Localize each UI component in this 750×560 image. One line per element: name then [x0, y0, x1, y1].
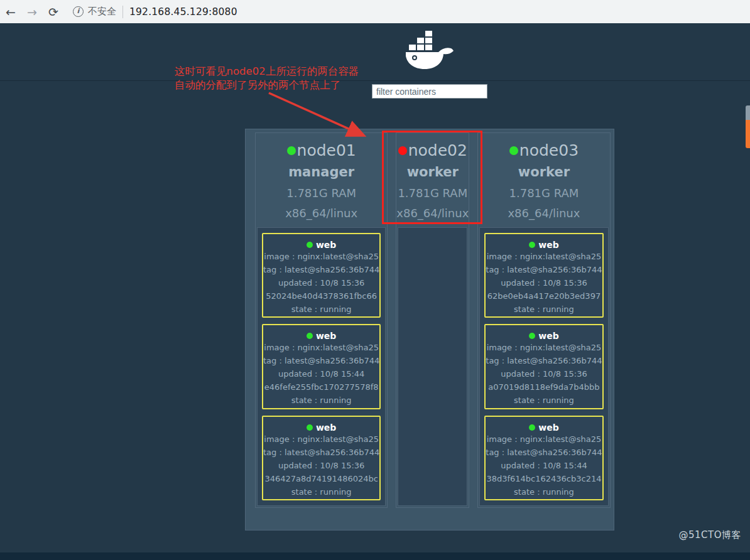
annotation-highlight-rect [382, 131, 482, 224]
node03-status-icon [509, 146, 518, 155]
container-status-icon [529, 424, 535, 431]
node03-header: node03 worker 1.781G RAM x86_64/linux [478, 133, 609, 226]
container-image: image : nginx:latest@sha25 [263, 433, 379, 446]
node01-name: node01 [297, 141, 356, 159]
container-updated: updated : 10/8 15:36 [263, 276, 379, 289]
swarm-visualizer-page: node01 manager 1.781G RAM x86_64/linux w… [0, 23, 750, 560]
bottom-bar [0, 552, 750, 560]
container-name: web [538, 423, 558, 433]
container-name: web [316, 423, 336, 433]
container-name: web [538, 331, 558, 341]
container-state: state : running [263, 303, 379, 316]
browser-toolbar: ← → ⟳ i 不安全 192.168.45.129:8080 [0, 0, 750, 23]
container-name: web [538, 240, 558, 250]
container-tag: tag : latest@sha256:36b744 [486, 263, 602, 276]
annotation-line2: 自动的分配到了另外的两个节点上了 [175, 78, 359, 92]
container-name: web [316, 331, 336, 341]
container-card: web image : nginx:latest@sha25 tag : lat… [262, 233, 381, 318]
container-id: e46fefe255fbc170277578f8 [263, 380, 379, 394]
container-updated: updated : 10/8 15:36 [263, 459, 379, 472]
container-image: image : nginx:latest@sha25 [263, 250, 379, 263]
docker-whale-logo [405, 30, 454, 72]
refresh-icon[interactable]: ⟳ [43, 5, 64, 19]
container-card: web image : nginx:latest@sha25 tag : lat… [484, 233, 603, 318]
forward-icon[interactable]: → [21, 5, 43, 19]
node03-role: worker [478, 164, 609, 180]
container-updated: updated : 10/8 15:44 [486, 459, 602, 472]
back-icon[interactable]: ← [0, 5, 21, 19]
container-card: web image : nginx:latest@sha25 tag : lat… [262, 324, 381, 409]
node-column-node03: node03 worker 1.781G RAM x86_64/linux we… [477, 132, 610, 508]
annotation-note: 这时可看见node02上所运行的两台容器 自动的分配到了另外的两个节点上了 [175, 65, 359, 92]
container-tag: tag : latest@sha256:36b744 [263, 263, 379, 276]
node03-platform: x86_64/linux [478, 207, 609, 220]
container-image: image : nginx:latest@sha25 [486, 341, 602, 354]
container-id: 346427a8d74191486024bc [263, 472, 379, 485]
address-bar-url[interactable]: 192.168.45.129:8080 [129, 6, 237, 18]
container-state: state : running [263, 485, 379, 498]
container-status-icon [529, 242, 535, 248]
container-id: a07019d8118ef9da7b4bbb [486, 380, 602, 394]
node-column-node01: node01 manager 1.781G RAM x86_64/linux w… [255, 132, 388, 508]
container-image: image : nginx:latest@sha25 [486, 433, 602, 446]
node01-role: manager [256, 164, 387, 180]
container-status-icon [307, 333, 313, 339]
container-id: 38d3f614bc162436cb3c214 [486, 472, 602, 485]
watermark-51cto: @51CTO博客 [678, 529, 741, 541]
container-updated: updated : 10/8 15:44 [263, 367, 379, 380]
container-updated: updated : 10/8 15:36 [486, 367, 602, 380]
container-card: web image : nginx:latest@sha25 tag : lat… [484, 416, 603, 500]
container-status-icon [307, 424, 313, 431]
node01-container-area: web image : nginx:latest@sha25 tag : lat… [257, 227, 386, 506]
node03-ram: 1.781G RAM [478, 186, 609, 200]
node02-container-area-empty [398, 227, 467, 506]
container-id: 52024be40d4378361fbc66 [263, 289, 379, 303]
container-tag: tag : latest@sha256:36b744 [486, 446, 602, 459]
container-status-icon [307, 242, 313, 248]
container-updated: updated : 10/8 15:36 [486, 276, 602, 289]
container-status-icon [529, 333, 535, 339]
page-info-icon[interactable]: i [73, 6, 84, 17]
annotation-line1: 这时可看见node02上所运行的两台容器 [175, 65, 359, 78]
container-state: state : running [486, 303, 602, 316]
container-id: 62be0eb4a417e20b3ed397 [486, 289, 602, 303]
node03-name: node03 [519, 141, 579, 159]
container-name: web [316, 240, 336, 250]
node01-header: node01 manager 1.781G RAM x86_64/linux [256, 133, 387, 226]
side-panel-orange-tab [746, 120, 750, 148]
container-card: web image : nginx:latest@sha25 tag : lat… [484, 324, 603, 409]
container-state: state : running [486, 485, 602, 498]
container-image: image : nginx:latest@sha25 [486, 250, 602, 263]
side-panel-grip [746, 105, 750, 120]
container-state: state : running [263, 394, 379, 407]
filter-containers-input[interactable] [372, 84, 487, 99]
node03-container-area: web image : nginx:latest@sha25 tag : lat… [479, 227, 608, 506]
omnibox-separator [122, 6, 123, 18]
node01-status-icon [287, 146, 296, 155]
container-tag: tag : latest@sha256:36b744 [486, 354, 602, 367]
side-panel-handle[interactable] [746, 105, 750, 148]
app-header [0, 23, 750, 81]
container-state: state : running [486, 394, 602, 407]
container-tag: tag : latest@sha256:36b744 [263, 446, 379, 459]
container-image: image : nginx:latest@sha25 [263, 341, 379, 354]
security-label: 不安全 [88, 6, 116, 18]
node01-platform: x86_64/linux [256, 207, 387, 220]
container-card: web image : nginx:latest@sha25 tag : lat… [262, 416, 381, 500]
container-tag: tag : latest@sha256:36b744 [263, 354, 379, 367]
node01-ram: 1.781G RAM [256, 186, 387, 200]
